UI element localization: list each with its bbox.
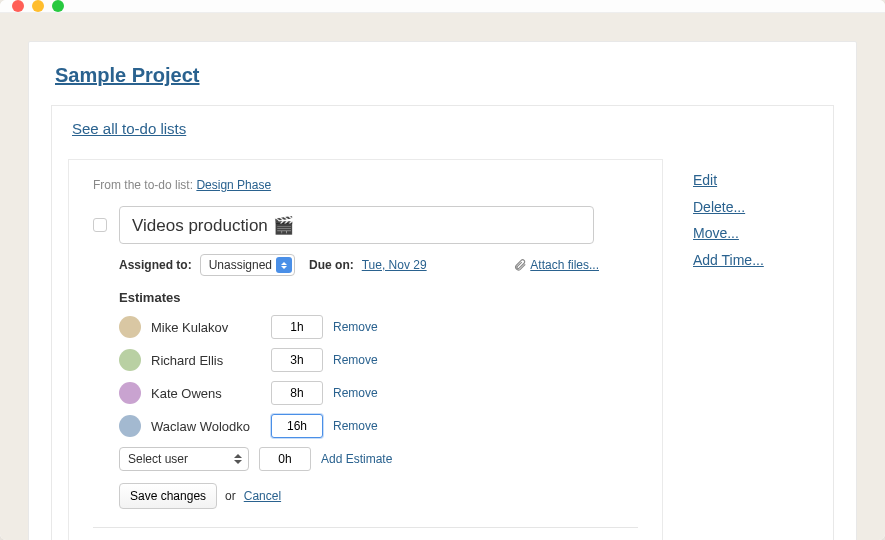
estimate-user-name: Kate Owens: [151, 386, 261, 401]
save-row: Save changes or Cancel: [119, 483, 638, 509]
estimate-row: Waclaw WolodkoRemove: [119, 414, 638, 438]
outer-panel: Sample Project See all to-do lists From …: [28, 41, 857, 540]
discuss-heading: Discuss this to-do: [93, 528, 638, 540]
todo-title-input[interactable]: [119, 206, 594, 244]
save-changes-button[interactable]: Save changes: [119, 483, 217, 509]
side-actions: Edit Delete... Move... Add Time...: [693, 159, 813, 540]
cancel-link[interactable]: Cancel: [244, 489, 281, 503]
assigned-to-value: Unassigned: [209, 258, 272, 272]
remove-estimate-link[interactable]: Remove: [333, 419, 378, 433]
estimates-list: Mike KulakovRemoveRichard EllisRemoveKat…: [93, 315, 638, 438]
chevron-updown-icon: [276, 257, 292, 273]
estimate-user-name: Richard Ellis: [151, 353, 261, 368]
avatar: [119, 382, 141, 404]
assigned-to-label: Assigned to:: [119, 258, 192, 272]
inner-wrap: From the to-do list: Design Phase Assign…: [72, 147, 813, 540]
from-list-link[interactable]: Design Phase: [196, 178, 271, 192]
estimate-hours-input[interactable]: [271, 348, 323, 372]
estimate-hours-input[interactable]: [271, 315, 323, 339]
estimate-row: Kate OwensRemove: [119, 381, 638, 405]
todo-checkbox[interactable]: [93, 218, 107, 232]
close-window-icon[interactable]: [12, 0, 24, 12]
move-link[interactable]: Move...: [693, 220, 813, 247]
avatar: [119, 316, 141, 338]
due-on-label: Due on:: [309, 258, 354, 272]
attach-files-link[interactable]: Attach files...: [513, 258, 599, 272]
estimate-row: Richard EllisRemove: [119, 348, 638, 372]
mid-panel: See all to-do lists From the to-do list:…: [51, 105, 834, 540]
due-date-link[interactable]: Tue, Nov 29: [362, 258, 427, 272]
assigned-to-select[interactable]: Unassigned: [200, 254, 295, 276]
estimate-row: Mike KulakovRemove: [119, 315, 638, 339]
attach-files-text: Attach files...: [530, 258, 599, 272]
todo-title-row: [93, 206, 638, 244]
remove-estimate-link[interactable]: Remove: [333, 353, 378, 367]
chevron-updown-icon: [232, 451, 244, 467]
paperclip-icon: [513, 258, 527, 272]
maximize-window-icon[interactable]: [52, 0, 64, 12]
avatar: [119, 415, 141, 437]
estimate-hours-input[interactable]: [271, 414, 323, 438]
delete-link[interactable]: Delete...: [693, 194, 813, 221]
from-text: From the to-do list:: [93, 178, 196, 192]
remove-estimate-link[interactable]: Remove: [333, 386, 378, 400]
estimate-user-name: Mike Kulakov: [151, 320, 261, 335]
edit-link[interactable]: Edit: [693, 167, 813, 194]
estimate-user-name: Waclaw Wolodko: [151, 419, 261, 434]
estimates-heading: Estimates: [119, 290, 638, 305]
app-window: Sample Project See all to-do lists From …: [0, 0, 885, 540]
new-estimate-hours-input[interactable]: [259, 447, 311, 471]
add-estimate-row: Select user Add Estimate: [119, 447, 638, 471]
remove-estimate-link[interactable]: Remove: [333, 320, 378, 334]
main-column: From the to-do list: Design Phase Assign…: [68, 159, 663, 540]
or-text: or: [225, 489, 236, 503]
window-titlebar: [0, 0, 885, 13]
select-user-label: Select user: [128, 452, 188, 466]
content-area: Sample Project See all to-do lists From …: [0, 13, 885, 540]
add-estimate-link[interactable]: Add Estimate: [321, 452, 392, 466]
from-line: From the to-do list: Design Phase: [93, 178, 638, 192]
minimize-window-icon[interactable]: [32, 0, 44, 12]
see-all-lists-link[interactable]: See all to-do lists: [72, 120, 186, 137]
avatar: [119, 349, 141, 371]
add-time-link[interactable]: Add Time...: [693, 247, 813, 274]
project-title-link[interactable]: Sample Project: [55, 64, 830, 87]
estimate-hours-input[interactable]: [271, 381, 323, 405]
meta-row: Assigned to: Unassigned Due on: Tue, Nov…: [119, 254, 599, 276]
select-user-dropdown[interactable]: Select user: [119, 447, 249, 471]
